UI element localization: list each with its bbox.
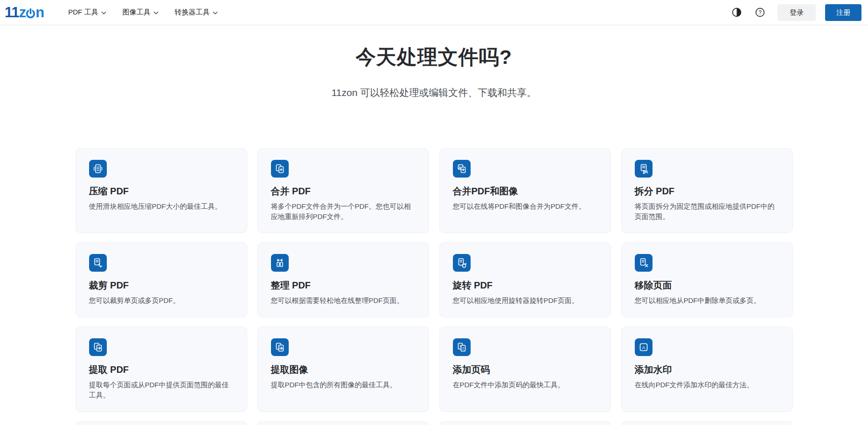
tool-card-add-watermark[interactable]: A 添加水印 在线向PDF文件添加水印的最佳方法。 [621, 327, 793, 412]
tool-card-extract-pdf[interactable]: 提取 PDF 提取每个页面或从PDF中提供页面范围的最佳工具。 [76, 327, 247, 412]
add-page-numbers-icon: 12 [453, 338, 471, 356]
power-o-icon [25, 7, 36, 20]
tool-card-title: 压缩 PDF [89, 185, 234, 197]
tool-card-merge-pdf-image[interactable]: 合并PDF和图像 您可以在线将PDF和图像合并为PDF文件。 [439, 148, 611, 233]
compress-pdf-icon [89, 160, 107, 178]
tool-card-title: 合并 PDF [271, 185, 416, 197]
tool-card-convert-image-to-pdf-2[interactable] [439, 421, 611, 425]
page-title: 今天处理文件吗? [0, 45, 868, 69]
svg-text:?: ? [758, 9, 762, 16]
tool-card-description: 您可以在线将PDF和图像合并为PDF文件。 [453, 201, 597, 212]
tool-card-crop-pdf[interactable]: 裁剪 PDF 您可以裁剪单页或多页PDF。 [76, 242, 247, 317]
extract-pdf-icon [89, 338, 107, 356]
add-watermark-icon: A [635, 338, 653, 356]
organize-pdf-icon [271, 254, 289, 272]
svg-text:2: 2 [462, 346, 464, 350]
tool-card-description: 将页面拆分为固定范围或相应地提供PDF中的页面范围。 [635, 201, 779, 222]
split-pdf-icon [635, 160, 653, 178]
tool-card-title: 整理 PDF [271, 280, 416, 291]
tool-card-remove-pages[interactable]: 移除页面 您可以相应地从PDF中删除单页或多页。 [621, 242, 793, 317]
tools-grid: 压缩 PDF 使用滑块相应地压缩PDF大小的最佳工具。 合并 PDF 将多个PD… [76, 148, 793, 425]
logo-text-n: n [35, 5, 44, 20]
nav-image-tools[interactable]: 图像工具 [122, 8, 159, 17]
nav-pdf-tools-label: PDF 工具 [68, 8, 98, 17]
nav-pdf-tools[interactable]: PDF 工具 [68, 8, 106, 17]
theme-toggle-button[interactable] [731, 7, 742, 18]
tool-card-merge-pdf[interactable]: 合并 PDF 将多个PDF文件合并为一个PDF。您也可以相应地重新排列PDF文件… [257, 148, 429, 233]
tool-card-convert-pdf-to-image-2[interactable] [621, 421, 793, 425]
chevron-down-icon [153, 11, 159, 15]
logo-text-11: 11 [5, 5, 19, 20]
tool-card-description: 提取PDF中包含的所有图像的最佳工具。 [271, 380, 416, 390]
tool-card-title: 旋转 PDF [453, 280, 597, 291]
extract-image-icon [271, 338, 289, 356]
tool-card-title: 提取 PDF [89, 364, 234, 375]
help-button[interactable]: ? [754, 7, 765, 18]
header: 11zn PDF 工具 图像工具 转换器工具 ? 登录 注册 [0, 0, 868, 25]
tool-card-organize-pdf[interactable]: 整理 PDF 您可以根据需要轻松地在线整理PDF页面。 [257, 242, 429, 317]
tool-card-title: 添加页码 [453, 364, 597, 375]
tool-card-rotate-pdf[interactable]: 旋转 PDF 您可以相应地使用旋转器旋转PDF页面。 [439, 242, 611, 317]
nav-converter-tools-label: 转换器工具 [174, 8, 209, 17]
nav-image-tools-label: 图像工具 [122, 8, 150, 17]
question-icon: ? [755, 7, 765, 18]
rotate-pdf-icon [453, 254, 471, 272]
login-button[interactable]: 登录 [778, 4, 816, 21]
tool-card-description: 您可以相应地使用旋转器旋转PDF页面。 [453, 295, 597, 306]
svg-text:A: A [642, 345, 645, 350]
tool-card-compress-pdf[interactable]: 压缩 PDF 使用滑块相应地压缩PDF大小的最佳工具。 [76, 148, 247, 233]
tool-card-description: 在PDF文件中添加页码的最快工具。 [453, 380, 597, 390]
logo[interactable]: 11zn [5, 5, 44, 20]
tool-card-description: 提取每个页面或从PDF中提供页面范围的最佳工具。 [89, 380, 234, 400]
tool-card-description: 使用滑块相应地压缩PDF大小的最佳工具。 [89, 201, 234, 212]
tool-card-title: 提取图像 [271, 364, 416, 375]
tool-card-title: 合并PDF和图像 [453, 185, 597, 197]
nav-converter-tools[interactable]: 转换器工具 [174, 8, 218, 17]
main-nav: PDF 工具 图像工具 转换器工具 [68, 8, 218, 17]
hero-section: 今天处理文件吗? 11zon 可以轻松处理或编辑文件、下载和共享。 [0, 25, 868, 99]
tool-card-convert-image-to-pdf[interactable] [76, 421, 247, 425]
tool-card-description: 在线向PDF文件添加水印的最佳方法。 [635, 380, 779, 390]
page-subtitle: 11zon 可以轻松处理或编辑文件、下载和共享。 [0, 87, 868, 99]
chevron-down-icon [213, 11, 218, 15]
tool-card-title: 添加水印 [635, 364, 779, 375]
logo-text-z: z [19, 5, 26, 20]
header-actions: ? 登录 注册 [731, 4, 861, 21]
register-button[interactable]: 注册 [825, 4, 861, 21]
tool-card-title: 裁剪 PDF [89, 280, 234, 291]
tool-card-description: 将多个PDF文件合并为一个PDF。您也可以相应地重新排列PDF文件。 [271, 201, 416, 222]
contrast-icon [731, 7, 742, 18]
remove-pages-icon [635, 254, 653, 272]
merge-pdf-image-icon [453, 160, 471, 178]
tool-card-add-page-numbers[interactable]: 12 添加页码 在PDF文件中添加页码的最快工具。 [439, 327, 611, 412]
merge-pdf-icon [271, 160, 289, 178]
chevron-down-icon [101, 11, 106, 15]
tool-card-title: 移除页面 [635, 280, 779, 291]
tool-card-description: 您可以裁剪单页或多页PDF。 [89, 295, 234, 306]
tool-card-description: 您可以相应地从PDF中删除单页或多页。 [635, 295, 779, 306]
tool-card-description: 您可以根据需要轻松地在线整理PDF页面。 [271, 295, 416, 306]
tool-card-split-pdf[interactable]: 拆分 PDF 将页面拆分为固定范围或相应地提供PDF中的页面范围。 [621, 148, 793, 233]
tool-card-convert-pdf-to-image[interactable] [257, 421, 429, 425]
crop-pdf-icon [89, 254, 107, 272]
tool-card-title: 拆分 PDF [635, 185, 779, 197]
tool-card-extract-image[interactable]: 提取图像 提取PDF中包含的所有图像的最佳工具。 [257, 327, 429, 412]
